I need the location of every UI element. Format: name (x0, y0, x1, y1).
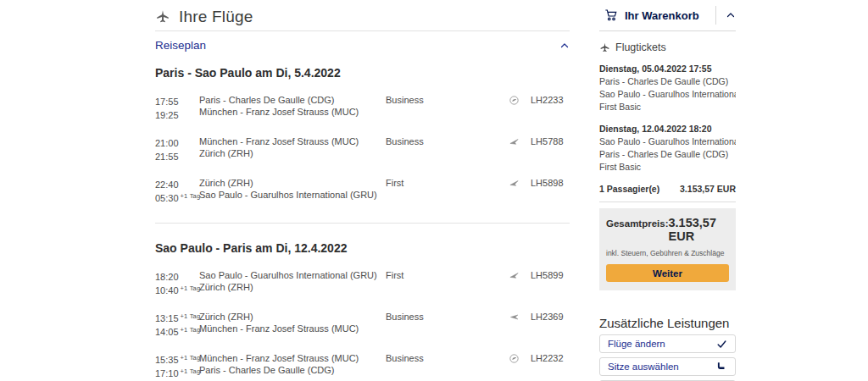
sidebar-divider (599, 202, 736, 202)
segment-cabin: Business (384, 135, 509, 163)
cart-item-fare: First Basic (599, 161, 736, 174)
cart-item-date: Dienstag, 12.04.2022 18:20 (599, 123, 736, 135)
segment-flight-number: LH2369 (531, 311, 570, 338)
cart-collapse-toggle[interactable] (715, 6, 736, 25)
airline-crane-icon (509, 178, 520, 189)
flight-segment-row: 21:00 21:55 München - Franz Josef Straus… (155, 135, 570, 163)
airplane-icon (599, 42, 610, 53)
flight-group-heading: Sao Paulo - Paris am Di, 12.4.2022 (155, 241, 570, 255)
flight-segment-row: 18:20 10:40+1 Tag Sao Paulo - Guarulhos … (155, 269, 570, 296)
segment-cabin: Business (384, 352, 509, 379)
segment-cabin: First (384, 177, 509, 204)
page-title-text: Ihre Flüge (179, 8, 253, 26)
check-icon (716, 339, 727, 350)
airline-bird-left-icon (509, 312, 520, 323)
cart-section-flugtickets: Flugtickets (599, 41, 736, 53)
cart-item-date: Dienstag, 05.04.2022 17:55 (599, 63, 736, 75)
passenger-price-row: 1 Passagier(e) 3.153,57 EUR (599, 184, 736, 194)
cart-item-from: Paris - Charles De Gaulle (CDG) (599, 75, 736, 88)
itinerary-section-header[interactable]: Reiseplan (155, 31, 570, 59)
cart-item-fare: First Basic (599, 101, 736, 113)
segment-airports: München - Franz Josef Strauss (MUC) Pari… (199, 352, 384, 379)
airplane-icon (155, 9, 170, 25)
segment-flight-number: LH5788 (531, 135, 570, 163)
flight-segment-row: 15:35+1 Tag 17:10+1 Tag München - Franz … (155, 352, 570, 379)
total-price: 3.153,57 EUR (669, 216, 729, 243)
shopping-cart-icon (604, 8, 618, 22)
flights-panel: Ihre Flüge Reiseplan Paris - Sao Paulo a… (155, 0, 570, 381)
segment-airports: Paris - Charles De Gaulle (CDG) München … (199, 94, 384, 121)
segment-flight-number: LH5899 (531, 269, 570, 296)
airline-crane-circle-icon (509, 353, 520, 364)
segment-flight-number: LH2232 (531, 352, 570, 379)
airline-crane-circle-icon (509, 95, 520, 106)
segment-cabin: Business (384, 94, 509, 121)
cart-item: Dienstag, 12.04.2022 18:20 Sao Paulo - G… (599, 123, 736, 174)
segment-cabin: Business (384, 311, 509, 338)
chevron-up-icon (726, 10, 736, 20)
itinerary-label: Reiseplan (155, 39, 206, 52)
segment-times: 17:55 19:25 (155, 94, 199, 121)
flight-group-heading: Paris - Sao Paulo am Di, 5.4.2022 (155, 66, 570, 80)
cart-title: Ihr Warenkorb (625, 9, 715, 22)
continue-button[interactable]: Weiter (606, 264, 729, 282)
cart-section-label: Flugtickets (615, 41, 666, 53)
flight-segment-row: 17:55 19:25 Paris - Charles De Gaulle (C… (155, 94, 570, 121)
segment-times: 18:20 10:40+1 Tag (155, 269, 199, 296)
segment-flight-number: LH5898 (531, 177, 570, 204)
cart-item-from: Sao Paulo - Guarulhos International (... (599, 135, 736, 148)
total-label: Gesamtpreis: (606, 218, 669, 229)
cart-item-to: Sao Paulo - Guarulhos International (... (599, 88, 736, 101)
segment-cabin: First (384, 269, 509, 296)
segment-times: 22:40 05:30+1 Tag (155, 177, 199, 204)
segment-airports: Zürich (ZRH) München - Franz Josef Strau… (199, 311, 384, 338)
flight-segment-row: 13:15+1 Tag 14:05+1 Tag Zürich (ZRH) Mün… (155, 311, 570, 338)
cart-sidebar: Ihr Warenkorb Flugtickets Dienstag, 05.0… (599, 0, 736, 381)
services-title: Zusätzliche Leistungen (599, 316, 736, 330)
chevron-up-icon[interactable] (559, 41, 570, 51)
total-note: inkl. Steuern, Gebühren & Zuschläge (606, 249, 729, 257)
segment-times: 15:35+1 Tag 17:10+1 Tag (155, 352, 199, 379)
segment-flight-number: LH2233 (531, 94, 570, 121)
cart-header[interactable]: Ihr Warenkorb (599, 0, 736, 31)
service-change-flights[interactable]: Flüge ändern (599, 334, 736, 353)
segment-times: 21:00 21:55 (155, 135, 199, 163)
cart-item-to: Paris - Charles De Gaulle (CDG) (599, 148, 736, 161)
group-divider (155, 223, 570, 224)
seat-icon (716, 362, 727, 373)
cart-item: Dienstag, 05.04.2022 17:55 Paris - Charl… (599, 63, 736, 113)
flight-segment-row: 22:40 05:30+1 Tag Zürich (ZRH) Sao Paulo… (155, 177, 570, 204)
segment-airports: Sao Paulo - Guarulhos International (GRU… (199, 269, 384, 296)
passenger-price: 3.153,57 EUR (680, 184, 736, 194)
airline-crane-icon (509, 136, 520, 147)
segment-times: 13:15+1 Tag 14:05+1 Tag (155, 311, 199, 338)
page-title: Ihre Flüge (155, 0, 570, 31)
total-price-box: Gesamtpreis: 3.153,57 EUR inkl. Steuern,… (599, 208, 736, 290)
segment-airports: Zürich (ZRH) Sao Paulo - Guarulhos Inter… (199, 177, 384, 204)
service-select-seats[interactable]: Sitze auswählen (599, 357, 736, 376)
passenger-count: 1 Passagier(e) (599, 184, 659, 194)
airline-crane-icon (509, 270, 520, 281)
segment-airports: München - Franz Josef Strauss (MUC) Züri… (199, 135, 384, 163)
